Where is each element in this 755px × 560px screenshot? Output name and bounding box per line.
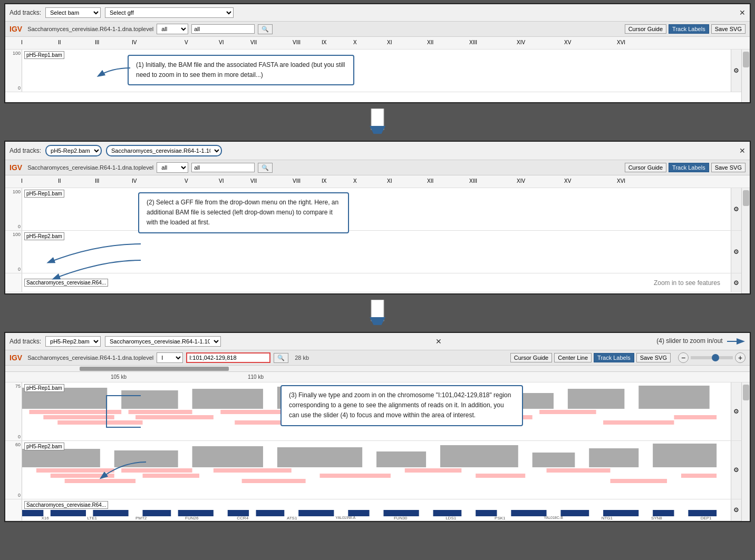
track-row-2c: Saccharomyces_cerevisiae.R64... Zoom in … (5, 273, 741, 292)
track-body-1a: pH5-Rep1.bam (1) Initially, the BAM file… (22, 50, 731, 92)
scrollbar-2[interactable] (741, 188, 750, 293)
igv-header-1: IGV Saccharomyces_cerevisiae.R64-1-1.dna… (5, 22, 750, 37)
gene-labels-3: X16 LTE1 PMT2 FUN26 CCR4 ATS1 YAL019W-A … (22, 516, 731, 520)
scrollbar-thumb-3 (743, 385, 749, 400)
cursor-guide-btn-3[interactable]: Cursor Guide (510, 353, 552, 362)
y-axis-3a: 75 0 (5, 382, 22, 440)
track-label-3b: pH5-Rep2.bam (24, 443, 64, 450)
scrollbar-3[interactable] (741, 382, 750, 521)
track-labels-btn-3[interactable]: Track Labels (594, 353, 634, 362)
track-row-1a: 100 0 pH5-Rep1.bam (1) Initially, the BA… (5, 50, 741, 92)
track-label-2b: pH5-Rep2.bam (24, 232, 64, 240)
svg-rect-2 (371, 300, 384, 321)
svg-rect-46 (320, 474, 390, 478)
track-body-2a: pH5-Rep1.bam (2) Select a GFF file from … (22, 188, 731, 230)
svg-rect-29 (22, 449, 100, 467)
track-labels-btn-1[interactable]: Track Labels (669, 24, 709, 34)
gear-icon-2b: ⚙ (733, 248, 739, 256)
panel1-toolbar: Add tracks: Select bam pH5-Rep1.bam pH5-… (5, 4, 750, 22)
track-gear-3a[interactable]: ⚙ (731, 382, 741, 440)
add-tracks-label-1: Add tracks: (9, 9, 41, 16)
igv-logo-1: IGV (9, 25, 22, 33)
svg-rect-26 (603, 420, 674, 425)
track-gear-3c[interactable]: ⚙ (731, 499, 741, 520)
svg-rect-35 (533, 453, 575, 467)
svg-rect-45 (242, 479, 306, 483)
panel3-toolbar: Add tracks: pH5-Rep2.bam Select bam pH5-… (5, 333, 750, 350)
svg-rect-0 (371, 109, 384, 130)
close-button-1[interactable]: ✕ (739, 8, 746, 17)
igv-buttons-1: Cursor Guide Track Labels Save SVG (625, 24, 746, 34)
y-axis-1a: 100 0 (5, 50, 22, 92)
gff-select-3[interactable]: Saccharomyces_cerevisiae.R64-1-1.107.gtf… (105, 336, 221, 347)
cursor-guide-btn-1[interactable]: Cursor Guide (625, 24, 666, 34)
svg-rect-47 (405, 468, 462, 473)
arrow-2c (49, 258, 143, 284)
search-button-3[interactable]: 🔍 (274, 353, 288, 363)
close-button-2[interactable]: ✕ (739, 146, 746, 155)
center-line-btn-3[interactable]: Center Line (554, 353, 592, 362)
chromosome-ruler-1: I II III IV V VI VII VIII IX X XI XII XI… (5, 37, 750, 50)
gear-icon-1a: ⚙ (733, 67, 739, 74)
gear-icon-2a: ⚙ (733, 205, 739, 213)
search-button-1[interactable]: 🔍 (258, 24, 273, 34)
nav-bar-3[interactable] (5, 366, 750, 372)
search-button-2[interactable]: 🔍 (258, 163, 273, 173)
arrow-3b (96, 457, 149, 483)
cursor-guide-btn-2[interactable]: Cursor Guide (625, 163, 666, 172)
gff-select-1[interactable]: Select gff Saccharomyces_cerevisiae.R64-… (105, 7, 234, 18)
svg-rect-13 (638, 386, 709, 409)
track-gear-3b[interactable]: ⚙ (731, 441, 741, 499)
save-svg-btn-3[interactable]: Save SVG (636, 353, 671, 362)
track-labels-btn-2[interactable]: Track Labels (669, 163, 709, 172)
save-svg-btn-2[interactable]: Save SVG (711, 163, 746, 172)
y-axis-3b: 60 0 (5, 441, 22, 499)
scrollbar-1[interactable] (741, 50, 750, 102)
track-gear-2b[interactable]: ⚙ (731, 231, 741, 273)
locus-input-1[interactable] (191, 24, 255, 34)
chr-select-3[interactable]: Iall (157, 352, 183, 363)
svg-rect-51 (681, 474, 717, 478)
zoom-in-btn-3[interactable]: + (735, 352, 746, 363)
svg-rect-37 (653, 444, 717, 467)
gear-icon-2c: ⚙ (733, 279, 739, 287)
bam-select-3[interactable]: pH5-Rep2.bam Select bam pH5-Rep1.bam (45, 336, 101, 347)
igv-header-3: IGV Saccharomyces_cerevisiae.R64-1-1.dna… (5, 350, 750, 366)
zoom-out-btn-3[interactable]: − (678, 352, 689, 363)
igv-header-2: IGV Saccharomyces_cerevisiae.R64-1-1.dna… (5, 160, 750, 175)
locus-input-2[interactable] (191, 163, 255, 172)
svg-rect-43 (142, 474, 199, 478)
chr-select-1[interactable]: allI (157, 24, 188, 34)
gff-select-2[interactable]: Saccharomyces_cerevisiae.R64-1-1.107.gtf… (106, 145, 222, 156)
zoom-size: 28 kb (295, 355, 309, 361)
zoom-slider-3[interactable] (691, 356, 733, 359)
connector-2 (0, 298, 755, 329)
track-gear-2a[interactable]: ⚙ (731, 188, 741, 230)
zoom-annotation: (4) slider to zoom in/out (656, 336, 746, 347)
bam-select-1[interactable]: Select bam pH5-Rep1.bam pH5-Rep2.bam (45, 7, 101, 18)
genome-label-2: Saccharomyces_cerevisiae.R64-1-1.dna.top… (27, 164, 153, 171)
ruler-3: 105 kb 110 kb (5, 372, 750, 382)
track-row-3b: 60 0 pH5-Rep2.bam (5, 441, 741, 499)
track-gear-1a[interactable]: ⚙ (731, 50, 741, 92)
save-svg-btn-1[interactable]: Save SVG (711, 24, 746, 34)
locus-input-3[interactable] (186, 352, 270, 363)
svg-rect-34 (440, 445, 518, 467)
track-body-3c: Saccharomyces_cerevisiae.R64... (22, 499, 731, 520)
igv-buttons-2: Cursor Guide Track Labels Save SVG (625, 163, 746, 172)
y-axis-2c (5, 273, 22, 292)
svg-rect-44 (214, 468, 292, 473)
svg-rect-32 (277, 447, 362, 467)
close-button-3[interactable]: ✕ (435, 337, 442, 346)
genome-label-1: Saccharomyces_cerevisiae.R64-1-1.dna.top… (27, 26, 153, 32)
bam-select-2[interactable]: pH5-Rep2.bam Select bam pH5-Rep1.bam (45, 145, 102, 156)
panel2-toolbar: Add tracks: pH5-Rep2.bam Select bam pH5-… (5, 142, 750, 160)
panel2-content: 100 0 pH5-Rep1.bam (2) Select a GFF file… (5, 188, 750, 293)
track-gear-2c[interactable]: ⚙ (731, 273, 741, 292)
track-label-3c: Saccharomyces_cerevisiae.R64... (24, 501, 108, 509)
panel1-content: 100 0 pH5-Rep1.bam (1) Initially, the BA… (5, 50, 750, 102)
zoom-msg-2: Zoom in to see features (654, 279, 720, 287)
svg-rect-7 (192, 389, 263, 409)
svg-rect-50 (611, 479, 667, 483)
chr-select-2[interactable]: allI (157, 162, 188, 173)
